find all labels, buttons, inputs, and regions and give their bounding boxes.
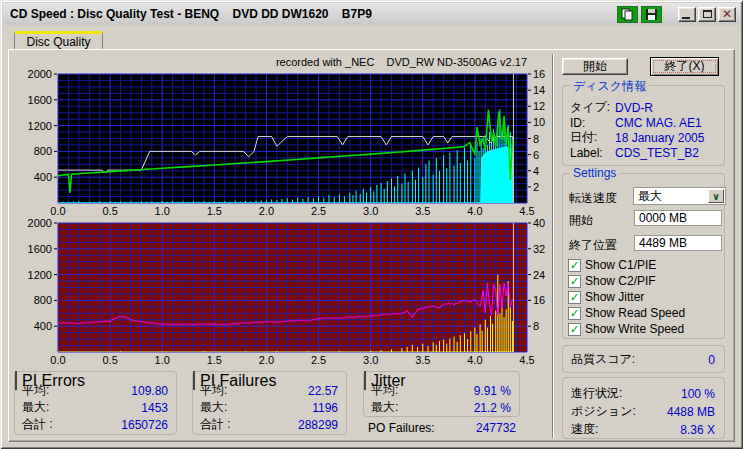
disc-info-rows: タイプ: DVD-R ID: CMC MAG. AE1 日付: 18 Janua…	[570, 100, 718, 160]
pi-failures-stats: 平均: 22.57 最大: 1196 合計 : 288299	[200, 382, 338, 433]
jitter-stats: 平均: 9.91 % 最大: 21.2 %	[371, 382, 511, 416]
checkbox-show-write-speed[interactable]: ✓ Show Write Speed	[568, 322, 684, 336]
minimize-button[interactable]	[678, 7, 696, 22]
pif-total-value: 288299	[298, 418, 338, 432]
jitter-avg-label: 平均:	[371, 382, 474, 399]
disc-type-value: DVD-R	[615, 101, 653, 115]
disc-id-value: CMC MAG. AE1	[615, 116, 702, 130]
checkbox-show-jitter[interactable]: ✓ Show Jitter	[568, 290, 644, 304]
quality-score-group: 品質スコア: 0	[562, 345, 725, 373]
close-button[interactable]: ✕	[718, 7, 736, 22]
progress-label: 進行状況:	[571, 385, 681, 402]
stat-row: 平均: 9.91 %	[371, 382, 511, 399]
quality-score-label: 品質スコア:	[571, 351, 708, 368]
stat-row: 合計 : 1650726	[22, 416, 168, 433]
stat-row: 平均: 22.57	[200, 382, 338, 399]
close-icon: ✕	[722, 8, 732, 20]
checkbox-check-icon[interactable]: ✓	[568, 323, 581, 336]
disc-date-value: 18 January 2005	[615, 131, 704, 145]
save-icon[interactable]	[641, 6, 662, 23]
disc-label-value: CDS_TEST_B2	[615, 146, 699, 160]
checkbox-show-read-speed[interactable]: ✓ Show Read Speed	[568, 306, 685, 320]
pi-errors-stats: 平均: 109.80 最大: 1453 合計 : 1650726	[22, 382, 168, 433]
jitter-max-label: 最大:	[371, 399, 474, 416]
window-title: CD Speed : Disc Quality Test - BENQ DVD …	[10, 7, 614, 21]
po-failures-row: PO Failures: 247732	[368, 421, 516, 435]
checkbox-check-icon[interactable]: ✓	[568, 307, 581, 320]
disc-type-row: タイプ: DVD-R	[570, 100, 718, 115]
checkbox-show-write-speed-label: Show Write Speed	[585, 322, 684, 336]
transfer-speed-value: 最大	[638, 188, 662, 205]
start-pos-value: 0000 MB	[639, 211, 687, 225]
stat-row: 最大: 1453	[22, 399, 168, 416]
pie-total-value: 1650726	[121, 418, 168, 432]
checkbox-check-icon[interactable]: ✓	[568, 291, 581, 304]
jitter-swatch	[364, 371, 366, 390]
pie-avg-value: 109.80	[131, 384, 168, 398]
po-failures-label: PO Failures:	[368, 421, 476, 435]
pif-avg-label: 平均:	[200, 382, 308, 399]
app-window: CD Speed : Disc Quality Test - BENQ DVD …	[0, 0, 743, 449]
jitter-avg-value: 9.91 %	[474, 384, 511, 398]
start-button[interactable]: 開始	[562, 58, 628, 75]
copy-icon[interactable]	[617, 6, 638, 23]
checkbox-show-c1pie-label: Show C1/PIE	[585, 258, 656, 272]
position-row: ポジション: 4488 MB	[571, 404, 715, 419]
checkbox-show-c1pie[interactable]: ✓ Show C1/PIE	[568, 258, 656, 272]
disc-label-row: Label: CDS_TEST_B2	[570, 145, 718, 160]
panel-divider	[552, 54, 554, 438]
pie-max-value: 1453	[141, 401, 168, 415]
pif-max-value: 1196	[312, 401, 338, 415]
minimize-icon	[682, 17, 690, 19]
copy-icon-glyph	[621, 8, 634, 21]
jitter-max-value: 21.2 %	[474, 401, 511, 415]
disc-info-title: ディスク情報	[570, 78, 649, 95]
pi-errors-legend: PI Errors 平均: 109.80 最大: 1453 合計 : 16507…	[14, 371, 177, 435]
start-button-label: 開始	[583, 58, 607, 75]
checkbox-check-icon[interactable]: ✓	[568, 275, 581, 288]
stat-row: 合計 : 288299	[200, 416, 338, 433]
jitter-legend: Jitter 平均: 9.91 % 最大: 21.2 %	[363, 371, 520, 417]
start-pos-label: 開始	[569, 212, 593, 229]
disc-date-row: 日付: 18 January 2005	[570, 130, 718, 145]
chevron-down-icon[interactable]: ∨	[708, 189, 724, 203]
pi-failures-legend: PI Failures 平均: 22.57 最大: 1196 合計 : 2882…	[192, 371, 347, 435]
settings-group: Settings 転送速度 最大 ∨ 開始 0000 MB 終了位置 4489 …	[562, 173, 725, 339]
stop-button[interactable]: 終了(X)	[650, 57, 719, 76]
stat-row: 最大: 21.2 %	[371, 399, 511, 416]
tab-disc-quality[interactable]: Disc Quality	[14, 31, 103, 50]
transfer-speed-select[interactable]: 最大 ∨	[633, 187, 726, 205]
pif-avg-value: 22.57	[308, 384, 338, 398]
pif-total-label: 合計 :	[200, 416, 298, 433]
disc-type-label: タイプ:	[570, 99, 615, 116]
transfer-speed-label: 転送速度	[569, 190, 617, 207]
quality-score-row: 品質スコア: 0	[571, 352, 715, 367]
progress-row: 進行状況: 100 %	[571, 386, 715, 401]
save-icon-glyph	[645, 8, 658, 21]
checkbox-show-c2pif[interactable]: ✓ Show C2/PIF	[568, 274, 656, 288]
disc-id-label: ID:	[570, 116, 615, 130]
speed-value: 8.36 X	[680, 423, 715, 437]
end-pos-field[interactable]: 4489 MB	[634, 235, 722, 251]
start-pos-field[interactable]: 0000 MB	[634, 210, 722, 226]
pie-max-label: 最大:	[22, 399, 141, 416]
pie-total-label: 合計 :	[22, 416, 121, 433]
speed-label: 速度:	[571, 421, 680, 438]
maximize-button[interactable]	[698, 7, 716, 22]
stat-row: 最大: 1196	[200, 399, 338, 416]
settings-title: Settings	[570, 166, 619, 180]
po-failures-value: 247732	[476, 421, 516, 435]
checkbox-check-icon[interactable]: ✓	[568, 259, 581, 272]
title-bar: CD Speed : Disc Quality Test - BENQ DVD …	[3, 3, 740, 25]
position-label: ポジション:	[571, 403, 667, 420]
position-value: 4488 MB	[667, 405, 715, 419]
stop-button-label: 終了(X)	[665, 58, 705, 75]
maximize-icon	[703, 10, 712, 18]
pie-avg-label: 平均:	[22, 382, 131, 399]
pi-failures-swatch	[193, 371, 195, 390]
speed-row: 速度: 8.36 X	[571, 422, 715, 437]
end-pos-value: 4489 MB	[639, 236, 687, 250]
disc-label-label: Label:	[570, 146, 615, 160]
pif-max-label: 最大:	[200, 399, 312, 416]
pi-errors-swatch	[15, 371, 17, 390]
